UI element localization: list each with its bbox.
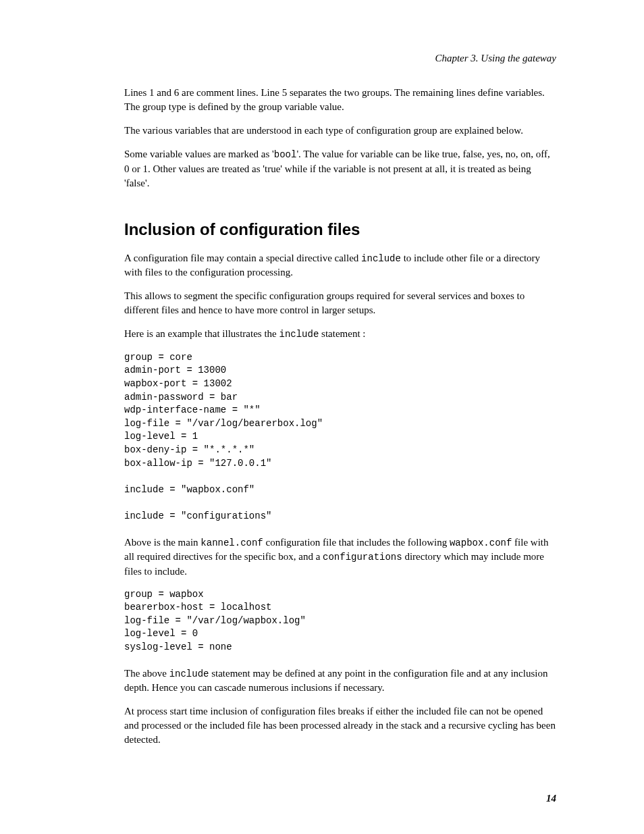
code-block-kannel-conf: group = core admin-port = 13000 wapbox-p… xyxy=(124,351,556,523)
paragraph-include-desc: A configuration file may contain a speci… xyxy=(124,251,556,280)
inline-code: include xyxy=(279,329,319,340)
inline-code: configurations xyxy=(323,552,402,563)
inline-code: bool xyxy=(274,149,297,160)
text-fragment: Above is the main xyxy=(124,537,200,548)
text-fragment: statement : xyxy=(319,328,365,339)
inline-code: wapbox.conf xyxy=(450,538,512,548)
inline-code: kannel.conf xyxy=(200,538,263,548)
paragraph-intro-1: Lines 1 and 6 are comment lines. Line 5 … xyxy=(124,86,556,114)
section-title: Inclusion of configuration files xyxy=(124,220,556,239)
code-block-wapbox-conf: group = wapbox bearerbox-host = localhos… xyxy=(124,588,556,654)
inline-code: include xyxy=(361,253,401,264)
text-fragment: configuration file that includes the fol… xyxy=(263,537,450,548)
paragraph-bool: Some variable values are marked as 'bool… xyxy=(124,147,556,190)
paragraph-process-start: At process start time inclusion of confi… xyxy=(124,704,556,747)
text-fragment: Some variable values are marked as ' xyxy=(124,149,274,159)
paragraph-example-intro: Here is an example that illustrates the … xyxy=(124,327,556,342)
text-fragment: A configuration file may contain a speci… xyxy=(124,253,361,263)
paragraph-above-include: The above include statement may be defin… xyxy=(124,667,556,696)
text-fragment: The above xyxy=(124,668,169,679)
paragraph-segment: This allows to segment the specific conf… xyxy=(124,289,556,317)
text-fragment: Here is an example that illustrates the xyxy=(124,328,279,339)
page-number: 14 xyxy=(546,793,556,804)
paragraph-above-main: Above is the main kannel.conf configurat… xyxy=(124,536,556,579)
inline-code: include xyxy=(169,669,209,679)
paragraph-intro-2: The various variables that are understoo… xyxy=(124,124,556,138)
chapter-header: Chapter 3. Using the gateway xyxy=(124,53,556,64)
